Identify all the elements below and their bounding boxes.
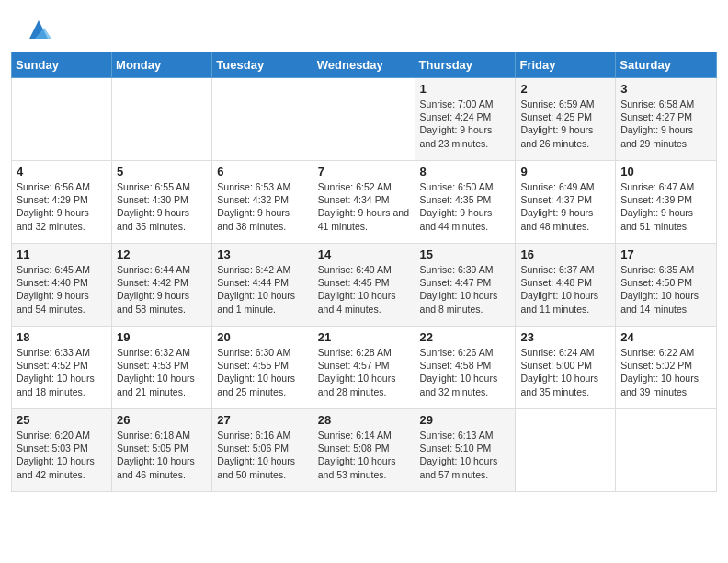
calendar-week-row: 25Sunrise: 6:20 AM Sunset: 5:03 PM Dayli… (12, 409, 717, 492)
day-detail: Sunrise: 6:56 AM Sunset: 4:29 PM Dayligh… (17, 180, 107, 233)
day-number: 11 (17, 247, 107, 261)
day-detail: Sunrise: 6:33 AM Sunset: 4:52 PM Dayligh… (17, 346, 107, 398)
day-number: 13 (217, 247, 307, 261)
day-detail: Sunrise: 6:32 AM Sunset: 4:53 PM Dayligh… (117, 346, 207, 398)
calendar-cell: 2Sunrise: 6:59 AM Sunset: 4:25 PM Daylig… (516, 78, 616, 161)
day-detail: Sunrise: 6:39 AM Sunset: 4:47 PM Dayligh… (420, 263, 511, 316)
day-number: 28 (318, 413, 410, 427)
day-number: 25 (17, 413, 107, 427)
day-detail: Sunrise: 6:44 AM Sunset: 4:42 PM Dayligh… (117, 263, 207, 316)
calendar-cell: 14Sunrise: 6:40 AM Sunset: 4:45 PM Dayli… (313, 244, 415, 327)
day-detail: Sunrise: 6:24 AM Sunset: 5:00 PM Dayligh… (520, 346, 610, 398)
calendar-cell: 29Sunrise: 6:13 AM Sunset: 5:10 PM Dayli… (415, 409, 516, 492)
day-number: 19 (117, 330, 207, 344)
calendar-week-row: 1Sunrise: 7:00 AM Sunset: 4:24 PM Daylig… (12, 78, 717, 161)
logo (22, 17, 51, 42)
calendar-cell (112, 78, 212, 161)
calendar-cell (516, 409, 616, 492)
col-header-thursday: Thursday (415, 52, 516, 78)
day-detail: Sunrise: 6:53 AM Sunset: 4:32 PM Dayligh… (217, 180, 307, 233)
day-number: 9 (520, 165, 610, 178)
calendar-cell: 19Sunrise: 6:32 AM Sunset: 4:53 PM Dayli… (112, 327, 212, 409)
day-detail: Sunrise: 6:45 AM Sunset: 4:40 PM Dayligh… (17, 263, 107, 316)
calendar-wrapper: SundayMondayTuesdayWednesdayThursdayFrid… (0, 52, 728, 503)
calendar-cell: 7Sunrise: 6:52 AM Sunset: 4:34 PM Daylig… (313, 161, 415, 244)
day-number: 26 (117, 413, 207, 427)
col-header-saturday: Saturday (616, 52, 717, 78)
calendar-week-row: 18Sunrise: 6:33 AM Sunset: 4:52 PM Dayli… (12, 327, 717, 409)
calendar-header-row: SundayMondayTuesdayWednesdayThursdayFrid… (12, 52, 717, 78)
calendar-cell: 24Sunrise: 6:22 AM Sunset: 5:02 PM Dayli… (616, 327, 717, 409)
day-detail: Sunrise: 6:59 AM Sunset: 4:25 PM Dayligh… (520, 98, 610, 150)
day-detail: Sunrise: 6:42 AM Sunset: 4:44 PM Dayligh… (217, 263, 307, 316)
calendar-table: SundayMondayTuesdayWednesdayThursdayFrid… (11, 52, 717, 492)
calendar-cell: 28Sunrise: 6:14 AM Sunset: 5:08 PM Dayli… (313, 409, 415, 492)
calendar-cell (12, 78, 112, 161)
calendar-cell: 20Sunrise: 6:30 AM Sunset: 4:55 PM Dayli… (212, 327, 313, 409)
day-number: 22 (420, 330, 511, 344)
day-number: 15 (420, 247, 511, 261)
day-detail: Sunrise: 6:13 AM Sunset: 5:10 PM Dayligh… (420, 429, 511, 481)
day-detail: Sunrise: 6:26 AM Sunset: 4:58 PM Dayligh… (420, 346, 511, 398)
calendar-cell: 17Sunrise: 6:35 AM Sunset: 4:50 PM Dayli… (616, 244, 717, 327)
calendar-week-row: 4Sunrise: 6:56 AM Sunset: 4:29 PM Daylig… (12, 161, 717, 244)
calendar-cell (616, 409, 717, 492)
day-number: 10 (620, 165, 711, 178)
calendar-cell: 4Sunrise: 6:56 AM Sunset: 4:29 PM Daylig… (12, 161, 112, 244)
calendar-cell: 9Sunrise: 6:49 AM Sunset: 4:37 PM Daylig… (516, 161, 616, 244)
day-detail: Sunrise: 6:49 AM Sunset: 4:37 PM Dayligh… (520, 180, 610, 233)
day-detail: Sunrise: 6:55 AM Sunset: 4:30 PM Dayligh… (117, 180, 207, 233)
calendar-cell: 12Sunrise: 6:44 AM Sunset: 4:42 PM Dayli… (112, 244, 212, 327)
day-number: 18 (17, 330, 107, 344)
day-number: 6 (217, 165, 307, 178)
calendar-cell: 16Sunrise: 6:37 AM Sunset: 4:48 PM Dayli… (516, 244, 616, 327)
day-detail: Sunrise: 6:28 AM Sunset: 4:57 PM Dayligh… (318, 346, 410, 398)
calendar-cell (212, 78, 313, 161)
day-detail: Sunrise: 6:50 AM Sunset: 4:35 PM Dayligh… (420, 180, 511, 233)
calendar-cell: 18Sunrise: 6:33 AM Sunset: 4:52 PM Dayli… (12, 327, 112, 409)
day-number: 12 (117, 247, 207, 261)
day-number: 7 (318, 165, 410, 178)
calendar-cell: 23Sunrise: 6:24 AM Sunset: 5:00 PM Dayli… (516, 327, 616, 409)
calendar-week-row: 11Sunrise: 6:45 AM Sunset: 4:40 PM Dayli… (12, 244, 717, 327)
col-header-wednesday: Wednesday (313, 52, 415, 78)
day-detail: Sunrise: 6:20 AM Sunset: 5:03 PM Dayligh… (17, 429, 107, 481)
calendar-cell: 26Sunrise: 6:18 AM Sunset: 5:05 PM Dayli… (112, 409, 212, 492)
day-number: 17 (620, 247, 711, 261)
day-detail: Sunrise: 6:47 AM Sunset: 4:39 PM Dayligh… (620, 180, 711, 233)
calendar-cell: 21Sunrise: 6:28 AM Sunset: 4:57 PM Dayli… (313, 327, 415, 409)
day-number: 23 (520, 330, 610, 344)
calendar-cell: 25Sunrise: 6:20 AM Sunset: 5:03 PM Dayli… (12, 409, 112, 492)
day-detail: Sunrise: 6:35 AM Sunset: 4:50 PM Dayligh… (620, 263, 711, 316)
day-number: 29 (420, 413, 511, 427)
page-header (0, 0, 728, 52)
day-number: 24 (620, 330, 711, 344)
day-number: 2 (520, 82, 610, 96)
day-detail: Sunrise: 6:18 AM Sunset: 5:05 PM Dayligh… (117, 429, 207, 481)
day-detail: Sunrise: 6:16 AM Sunset: 5:06 PM Dayligh… (217, 429, 307, 481)
day-number: 4 (17, 165, 107, 178)
col-header-friday: Friday (516, 52, 616, 78)
day-number: 1 (420, 82, 511, 96)
day-number: 20 (217, 330, 307, 344)
calendar-cell: 22Sunrise: 6:26 AM Sunset: 4:58 PM Dayli… (415, 327, 516, 409)
calendar-cell: 13Sunrise: 6:42 AM Sunset: 4:44 PM Dayli… (212, 244, 313, 327)
day-detail: Sunrise: 6:52 AM Sunset: 4:34 PM Dayligh… (318, 180, 410, 233)
calendar-cell: 5Sunrise: 6:55 AM Sunset: 4:30 PM Daylig… (112, 161, 212, 244)
day-detail: Sunrise: 6:14 AM Sunset: 5:08 PM Dayligh… (318, 429, 410, 481)
calendar-cell (313, 78, 415, 161)
day-number: 21 (318, 330, 410, 344)
day-number: 27 (217, 413, 307, 427)
day-number: 3 (620, 82, 711, 96)
calendar-cell: 8Sunrise: 6:50 AM Sunset: 4:35 PM Daylig… (415, 161, 516, 244)
calendar-cell: 3Sunrise: 6:58 AM Sunset: 4:27 PM Daylig… (616, 78, 717, 161)
calendar-cell: 1Sunrise: 7:00 AM Sunset: 4:24 PM Daylig… (415, 78, 516, 161)
col-header-monday: Monday (112, 52, 212, 78)
day-detail: Sunrise: 6:40 AM Sunset: 4:45 PM Dayligh… (318, 263, 410, 316)
calendar-cell: 15Sunrise: 6:39 AM Sunset: 4:47 PM Dayli… (415, 244, 516, 327)
day-detail: Sunrise: 6:58 AM Sunset: 4:27 PM Dayligh… (620, 98, 711, 150)
day-detail: Sunrise: 6:37 AM Sunset: 4:48 PM Dayligh… (520, 263, 610, 316)
col-header-sunday: Sunday (12, 52, 112, 78)
day-number: 5 (117, 165, 207, 178)
day-number: 16 (520, 247, 610, 261)
